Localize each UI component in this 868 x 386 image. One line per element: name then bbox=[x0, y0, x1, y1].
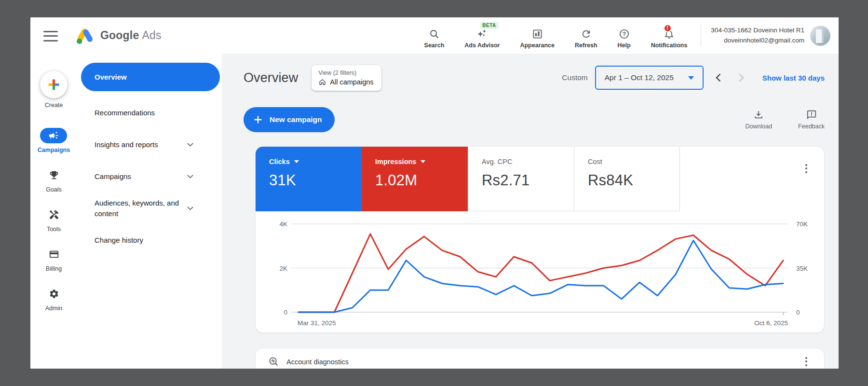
subnav-item-audiences-keywords-content[interactable]: Audiences, keywords, and content bbox=[77, 197, 222, 220]
caret-down-icon bbox=[688, 76, 694, 80]
caret-down-icon bbox=[294, 160, 299, 163]
chevron-down-icon bbox=[187, 175, 193, 179]
search-icon bbox=[429, 28, 440, 40]
metric-tile-cost[interactable]: Cost Rs84K bbox=[574, 147, 680, 211]
subnav-item-campaigns[interactable]: Campaigns bbox=[77, 165, 222, 188]
tools-icon bbox=[49, 209, 59, 220]
show-last-30-days-link[interactable]: Show last 30 days bbox=[762, 74, 825, 82]
create-button[interactable]: Create bbox=[40, 71, 68, 109]
chart-options-menu[interactable] bbox=[802, 162, 811, 175]
diagnostics-icon bbox=[268, 356, 279, 367]
metric-value: Rs84K bbox=[588, 172, 679, 189]
metric-value: 1.02M bbox=[375, 172, 468, 189]
plus-icon bbox=[253, 115, 263, 124]
refresh-icon bbox=[581, 28, 592, 40]
trophy-icon bbox=[49, 170, 59, 180]
help-button[interactable]: ? Help bbox=[618, 23, 631, 49]
notification-alert-badge: ! bbox=[664, 24, 672, 32]
campaigns-subnav: Overview Recommendations Insights and re… bbox=[77, 54, 222, 369]
svg-text:Mar 31, 2025: Mar 31, 2025 bbox=[298, 319, 336, 327]
google-ads-logo[interactable]: GoogleAds bbox=[75, 27, 162, 45]
metric-tiles: Clicks 31K Impressions 1.02M Avg. CPC Rs… bbox=[256, 147, 824, 211]
rail-item-billing[interactable]: Billing bbox=[41, 247, 68, 272]
metric-value: Rs2.71 bbox=[482, 172, 574, 189]
previous-period-button[interactable] bbox=[710, 69, 727, 86]
account-id: 304-035-1662 Doveinn Hotel R1 bbox=[711, 26, 804, 35]
rail-item-tools[interactable]: Tools bbox=[41, 207, 68, 233]
metric-value: 31K bbox=[269, 172, 362, 189]
svg-text:Oct 6, 2025: Oct 6, 2025 bbox=[754, 319, 788, 327]
view-filters-chip[interactable]: View (2 filters) All campaigns bbox=[312, 65, 381, 91]
account-email: doveinnhotel02@gmail.com bbox=[711, 36, 804, 45]
search-button[interactable]: Search bbox=[424, 23, 445, 49]
page-title: Overview bbox=[244, 70, 298, 85]
feedback-icon bbox=[806, 110, 817, 120]
refresh-button[interactable]: Refresh bbox=[575, 23, 597, 49]
account-switcher[interactable]: 304-035-1662 Doveinn Hotel R1 doveinnhot… bbox=[711, 26, 804, 45]
home-icon bbox=[318, 78, 326, 86]
performance-chart: 002K35K4K70KMar 31, 2025Oct 6, 2025 bbox=[256, 211, 824, 333]
chevron-left-icon bbox=[716, 73, 721, 82]
sparkle-icon bbox=[476, 28, 488, 40]
metric-tile-avg-cpc[interactable]: Avg. CPC Rs2.71 bbox=[468, 147, 574, 211]
ads-advisor-button[interactable]: BETA Ads Advisor bbox=[464, 23, 500, 49]
topbar-divider bbox=[701, 25, 701, 47]
main-content: Overview View (2 filters) All campaigns … bbox=[222, 54, 839, 369]
svg-text:?: ? bbox=[622, 30, 625, 37]
diagnostics-options-menu[interactable] bbox=[802, 355, 811, 368]
svg-text:0: 0 bbox=[796, 309, 800, 316]
download-button[interactable]: Download bbox=[746, 110, 773, 130]
topbar-actions: Search BETA Ads Advisor Appearance bbox=[424, 23, 688, 49]
notifications-button[interactable]: ! Notifications bbox=[651, 23, 688, 49]
avatar[interactable] bbox=[810, 26, 830, 46]
subnav-item-insights-reports[interactable]: Insights and reports bbox=[77, 134, 222, 156]
caret-down-icon bbox=[420, 160, 425, 163]
gear-icon bbox=[49, 289, 59, 299]
rail-item-campaigns[interactable]: Campaigns bbox=[38, 128, 70, 153]
svg-text:35K: 35K bbox=[796, 265, 808, 272]
metric-tile-clicks[interactable]: Clicks 31K bbox=[256, 147, 362, 211]
account-diagnostics-card[interactable]: Account diagnostics bbox=[255, 348, 825, 369]
chevron-down-icon bbox=[187, 143, 193, 147]
appearance-button[interactable]: Appearance bbox=[520, 23, 555, 49]
subnav-item-change-history[interactable]: Change history bbox=[77, 229, 222, 251]
svg-text:4K: 4K bbox=[279, 221, 287, 228]
next-period-button[interactable] bbox=[733, 69, 750, 86]
svg-text:0: 0 bbox=[284, 309, 287, 316]
multicolor-plus-icon bbox=[47, 78, 60, 91]
beta-badge: BETA bbox=[480, 22, 498, 29]
top-bar: GoogleAds Search BETA Ads Advisor bbox=[30, 17, 839, 54]
new-campaign-button[interactable]: New campaign bbox=[244, 107, 335, 132]
overview-chart-card: Clicks 31K Impressions 1.02M Avg. CPC Rs… bbox=[255, 146, 825, 333]
subnav-item-recommendations[interactable]: Recommendations bbox=[77, 102, 222, 124]
view-scope: All campaigns bbox=[330, 78, 373, 86]
diagnostics-title: Account diagnostics bbox=[286, 358, 349, 366]
view-filter-count: View (2 filters) bbox=[318, 69, 373, 76]
metric-tile-impressions[interactable]: Impressions 1.02M bbox=[362, 147, 468, 211]
help-icon: ? bbox=[619, 28, 630, 40]
feedback-button[interactable]: Feedback bbox=[798, 110, 825, 130]
google-ads-window: GoogleAds Search BETA Ads Advisor bbox=[30, 17, 839, 369]
main-menu-icon[interactable] bbox=[43, 31, 58, 41]
chevron-down-icon bbox=[187, 207, 193, 210]
svg-text:2K: 2K bbox=[279, 265, 287, 272]
product-name: GoogleAds bbox=[100, 29, 162, 42]
date-range-picker[interactable]: Apr 1 – Oct 12, 2025 bbox=[595, 66, 704, 90]
rail-item-goals[interactable]: Goals bbox=[41, 167, 68, 193]
megaphone-icon bbox=[48, 130, 59, 141]
date-range-type: Custom bbox=[562, 73, 587, 82]
subnav-item-overview[interactable]: Overview bbox=[81, 63, 220, 91]
download-icon bbox=[753, 110, 764, 120]
chevron-right-icon bbox=[739, 73, 744, 82]
google-ads-logo-icon bbox=[75, 27, 95, 45]
rail-item-admin[interactable]: Admin bbox=[41, 286, 68, 312]
icon-rail: Create Campaigns Goals bbox=[30, 54, 77, 369]
appearance-icon bbox=[532, 28, 543, 40]
svg-text:70K: 70K bbox=[796, 221, 808, 228]
credit-card-icon bbox=[49, 249, 59, 260]
